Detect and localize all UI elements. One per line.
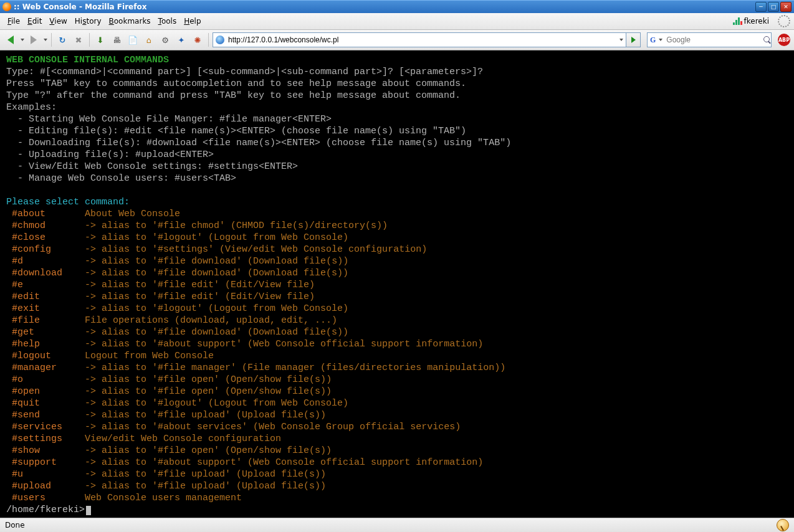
menu-bookmarks[interactable]: Bookmarks xyxy=(105,16,155,27)
stop-button[interactable]: ✖ xyxy=(72,33,85,47)
command-name: #d xyxy=(12,256,23,267)
command-name: #manager xyxy=(12,363,57,373)
back-menu-caret-icon[interactable] xyxy=(21,39,24,41)
command-name: #quit xyxy=(12,398,40,409)
page-button[interactable]: 📄 xyxy=(126,33,140,47)
forward-menu-caret-icon[interactable] xyxy=(44,39,47,41)
command-row: #show -> alias to '#file open' (Open/sho… xyxy=(6,445,788,457)
window-title: :: Web Console - Mozilla Firefox xyxy=(14,2,146,11)
command-row: #d -> alias to '#file download' (Downloa… xyxy=(6,255,788,267)
command-desc: -> alias to '#file open' (Open/show file… xyxy=(85,374,332,385)
search-icon[interactable] xyxy=(763,36,768,44)
command-desc: -> alias to '#file download' (Download f… xyxy=(85,268,348,278)
address-history-caret-icon[interactable] xyxy=(619,39,623,41)
command-row: #close -> alias to '#logout' (Logout fro… xyxy=(6,232,788,244)
command-row: #send -> alias to '#file upload' (Upload… xyxy=(6,409,788,421)
address-bar-container xyxy=(213,32,641,47)
maximize-button[interactable]: □ xyxy=(768,2,779,12)
web-console-terminal[interactable]: WEB CONSOLE INTERNAL COMMANDS Type: #[<c… xyxy=(0,50,794,518)
menu-bar: FileEditViewHistoryBookmarksToolsHelp fk… xyxy=(0,13,794,30)
download-button[interactable]: ⬇ xyxy=(93,33,107,47)
console-command-list: #about About Web Console #chmod -> alias… xyxy=(6,208,788,504)
activity-throbber-icon xyxy=(778,15,790,27)
reload-button[interactable]: ↻ xyxy=(55,33,69,47)
command-name: #settings xyxy=(12,434,62,444)
command-row: #exit -> alias to '#logout' (Logout from… xyxy=(6,303,788,315)
security-badge-icon[interactable] xyxy=(777,519,789,531)
go-button[interactable] xyxy=(626,32,641,47)
print-button[interactable]: 🖶 xyxy=(110,33,123,47)
command-name: #help xyxy=(12,339,40,349)
navigation-toolbar: ↻ ✖ ⬇ 🖶 📄 ⌂ ⚙ ✦ ✺ G ABP xyxy=(0,30,794,50)
command-desc: Web Console users management xyxy=(85,493,242,503)
address-input[interactable] xyxy=(227,35,616,45)
user-indicator[interactable]: fkereki xyxy=(729,16,773,27)
debug-button[interactable]: ✺ xyxy=(191,33,204,47)
command-row: #e -> alias to '#file edit' (Edit/View f… xyxy=(6,279,788,291)
addons-button[interactable]: ✦ xyxy=(175,33,188,47)
command-desc: View/edit Web Console configuration xyxy=(85,434,281,444)
command-desc: -> alias to '#file edit' (Edit/View file… xyxy=(85,280,315,290)
command-name: #open xyxy=(12,386,40,397)
title-bar[interactable]: :: Web Console - Mozilla Firefox ─ □ ✕ xyxy=(0,0,794,13)
close-button[interactable]: ✕ xyxy=(780,2,792,12)
command-name: #edit xyxy=(12,292,40,302)
command-desc: -> alias to '#settings' (View/edit Web C… xyxy=(85,244,427,255)
forward-button[interactable] xyxy=(27,33,41,47)
command-row: #support -> alias to '#about support' (W… xyxy=(6,457,788,468)
command-row: #settings View/edit Web Console configur… xyxy=(6,433,788,445)
menu-file[interactable]: File xyxy=(4,16,24,27)
menu-tools[interactable]: Tools xyxy=(155,16,181,27)
command-desc: -> alias to '#file download' (Download f… xyxy=(85,327,348,338)
home-button[interactable]: ⌂ xyxy=(142,33,156,47)
minimize-button[interactable]: ─ xyxy=(755,2,767,12)
command-row: #manager -> alias to '#file manager' (Fi… xyxy=(6,362,788,374)
status-bar: Done xyxy=(0,518,794,532)
status-text: Done xyxy=(5,521,25,530)
command-name: #close xyxy=(12,232,45,243)
settings-button[interactable]: ⚙ xyxy=(158,33,172,47)
search-bar[interactable]: G xyxy=(647,32,772,47)
command-name: #support xyxy=(12,457,57,468)
user-label: fkereki xyxy=(744,17,769,26)
command-row: #quit -> alias to '#logout' (Logout from… xyxy=(6,397,788,409)
command-desc: -> alias to '#file edit' (Edit/View file… xyxy=(85,292,315,302)
menu-view[interactable]: View xyxy=(45,16,70,27)
command-name: #o xyxy=(12,374,23,385)
console-header: WEB CONSOLE INTERNAL COMMANDS xyxy=(6,55,169,65)
command-name: #show xyxy=(12,445,40,456)
command-name: #u xyxy=(12,469,23,480)
command-desc: Logout from Web Console xyxy=(85,351,214,361)
command-name: #chmod xyxy=(12,221,45,231)
menu-help[interactable]: Help xyxy=(180,16,204,27)
menu-items: FileEditViewHistoryBookmarksToolsHelp xyxy=(4,16,205,27)
menu-history[interactable]: History xyxy=(71,16,105,27)
console-select-prompt: Please select command: xyxy=(6,197,130,207)
search-input[interactable] xyxy=(665,35,761,45)
command-desc: -> alias to '#file open' (Open/show file… xyxy=(85,386,332,397)
command-name: #e xyxy=(12,280,23,290)
command-row: #download -> alias to '#file download' (… xyxy=(6,267,788,279)
command-desc: -> alias to '#logout' (Logout from Web C… xyxy=(85,232,348,243)
search-engine-caret-icon[interactable] xyxy=(659,39,662,41)
console-intro: Type: #[<command>|<command part>] [<sub-… xyxy=(6,66,788,184)
command-desc: About Web Console xyxy=(85,209,180,219)
command-desc: -> alias to '#file manager' (File manage… xyxy=(85,363,505,373)
command-row: #o -> alias to '#file open' (Open/show f… xyxy=(6,374,788,386)
command-desc: -> alias to '#file upload' (Upload file(… xyxy=(85,410,326,420)
command-desc: -> alias to '#file upload' (Upload file(… xyxy=(85,481,326,492)
address-bar[interactable] xyxy=(213,32,626,47)
adblock-button[interactable]: ABP xyxy=(778,34,790,46)
google-logo-icon: G xyxy=(650,36,656,45)
back-button[interactable] xyxy=(4,33,17,47)
command-desc: File operations (download, upload, edit,… xyxy=(85,315,337,326)
toolbar-separator xyxy=(51,33,52,47)
command-desc: -> alias to '#about support' (Web Consol… xyxy=(85,339,483,349)
command-desc: -> alias to '#logout' (Logout from Web C… xyxy=(85,398,348,409)
command-name: #download xyxy=(12,268,62,278)
command-desc: -> alias to '#about services' (Web Conso… xyxy=(85,422,461,432)
command-row: #config -> alias to '#settings' (View/ed… xyxy=(6,244,788,255)
command-desc: -> alias to '#file upload' (Upload file(… xyxy=(85,469,326,480)
command-name: #exit xyxy=(12,303,40,314)
menu-edit[interactable]: Edit xyxy=(24,16,45,27)
